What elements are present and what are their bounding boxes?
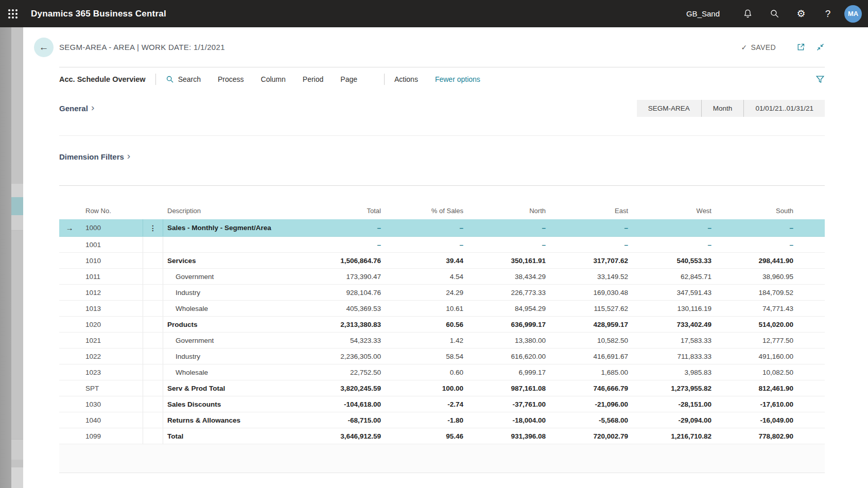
cell-pct-of-sales[interactable]: – bbox=[387, 224, 470, 232]
cell-total[interactable]: 3,646,912.59 bbox=[305, 432, 387, 440]
cell-pct-of-sales[interactable]: 10.61 bbox=[387, 305, 470, 312]
cell-description[interactable]: Government bbox=[163, 273, 305, 281]
cell-east[interactable]: 720,002.79 bbox=[552, 432, 634, 440]
col-header-south[interactable]: South bbox=[718, 207, 802, 215]
menu-item-period[interactable]: Period bbox=[303, 75, 323, 83]
menu-item-actions[interactable]: Actions bbox=[394, 75, 418, 83]
cell-row-no[interactable]: 1012 bbox=[80, 285, 143, 300]
menu-item-process[interactable]: Process bbox=[218, 75, 244, 83]
environment-name[interactable]: GB_Sand bbox=[686, 9, 720, 18]
cell-pct-of-sales[interactable]: 0.60 bbox=[387, 369, 470, 376]
cell-pct-of-sales[interactable]: -1.80 bbox=[387, 416, 470, 424]
cell-east[interactable]: – bbox=[552, 224, 634, 232]
cell-pct-of-sales[interactable]: 100.00 bbox=[387, 385, 470, 392]
cell-south[interactable]: – bbox=[718, 241, 802, 249]
settings-gear-icon[interactable]: ⚙ bbox=[788, 0, 814, 27]
chip-date-filter[interactable]: 01/01/21..01/31/21 bbox=[744, 100, 825, 117]
cell-description[interactable]: Products bbox=[163, 321, 305, 328]
cell-row-no[interactable]: 1021 bbox=[80, 333, 143, 348]
cell-east[interactable]: 317,707.62 bbox=[552, 257, 634, 265]
cell-south[interactable]: 184,709.52 bbox=[718, 289, 802, 297]
cell-north[interactable]: 636,999.17 bbox=[470, 321, 552, 328]
cell-north[interactable]: -37,761.00 bbox=[470, 400, 552, 408]
cell-description[interactable]: Sales - Monthly - Segment/Area bbox=[163, 224, 305, 232]
table-row[interactable]: 1012Industry928,104.7624.29226,773.33169… bbox=[59, 285, 825, 301]
cell-west[interactable]: -29,094.00 bbox=[634, 416, 718, 424]
table-row[interactable]: 1022Industry2,236,305.0058.54616,620.004… bbox=[59, 348, 825, 364]
cell-north[interactable]: 84,954.29 bbox=[470, 305, 552, 312]
cell-north[interactable]: – bbox=[470, 241, 552, 249]
help-icon[interactable]: ? bbox=[814, 0, 841, 27]
cell-south[interactable]: 491,160.00 bbox=[718, 353, 802, 360]
cell-north[interactable]: 226,773.33 bbox=[470, 289, 552, 297]
cell-east[interactable]: 746,666.79 bbox=[552, 385, 634, 392]
cell-total[interactable]: – bbox=[305, 241, 387, 249]
notifications-bell-icon[interactable] bbox=[734, 0, 761, 27]
cell-south[interactable]: 10,082.50 bbox=[718, 369, 802, 376]
cell-pct-of-sales[interactable]: 24.29 bbox=[387, 289, 470, 297]
col-header-total[interactable]: Total bbox=[305, 207, 387, 215]
cell-east[interactable]: 1,685.00 bbox=[552, 369, 634, 376]
cell-north[interactable]: 987,161.08 bbox=[470, 385, 552, 392]
cell-total[interactable]: 173,390.47 bbox=[305, 273, 387, 281]
cell-description[interactable]: Industry bbox=[163, 353, 305, 360]
cell-description[interactable]: Government bbox=[163, 337, 305, 344]
table-row[interactable]: 1030Sales Discounts-104,618.00-2.74-37,7… bbox=[59, 396, 825, 412]
cell-pct-of-sales[interactable]: 58.54 bbox=[387, 353, 470, 360]
cell-description[interactable]: Serv & Prod Total bbox=[163, 385, 305, 392]
cell-row-no[interactable]: 1099 bbox=[80, 428, 143, 444]
cell-east[interactable]: 10,582.50 bbox=[552, 337, 634, 344]
cell-description[interactable]: Industry bbox=[163, 289, 305, 297]
table-row[interactable]: 1020Products2,313,380.8360.56636,999.174… bbox=[59, 317, 825, 333]
cell-west[interactable]: 540,553.33 bbox=[634, 257, 718, 265]
cell-row-no[interactable]: 1022 bbox=[80, 348, 143, 364]
chip-view-by[interactable]: Month bbox=[702, 100, 744, 117]
user-avatar[interactable]: MA bbox=[844, 5, 862, 23]
cell-west[interactable]: – bbox=[634, 241, 718, 249]
cell-row-no[interactable]: 1013 bbox=[80, 301, 143, 316]
cell-west[interactable]: 711,833.33 bbox=[634, 353, 718, 360]
table-row[interactable]: 1010Services1,506,864.7639.44350,161.913… bbox=[59, 253, 825, 269]
col-header-pct-of-sales[interactable]: % of Sales bbox=[387, 207, 470, 215]
table-row[interactable]: 1011Government173,390.474.5438,434.2933,… bbox=[59, 269, 825, 285]
cell-south[interactable]: -16,049.00 bbox=[718, 416, 802, 424]
general-section-toggle[interactable]: General › bbox=[59, 104, 94, 113]
cell-row-no[interactable]: 1030 bbox=[80, 396, 143, 412]
cell-pct-of-sales[interactable]: 95.46 bbox=[387, 432, 470, 440]
cell-total[interactable]: 928,104.76 bbox=[305, 289, 387, 297]
table-row[interactable]: 1099Total3,646,912.5995.46931,396.08720,… bbox=[59, 428, 825, 444]
cell-total[interactable]: 2,236,305.00 bbox=[305, 353, 387, 360]
cell-north[interactable]: 6,999.17 bbox=[470, 369, 552, 376]
cell-total[interactable]: 54,323.33 bbox=[305, 337, 387, 344]
cell-west[interactable]: 3,985.83 bbox=[634, 369, 718, 376]
cell-north[interactable]: – bbox=[470, 224, 552, 232]
menu-item-page[interactable]: Page bbox=[340, 75, 357, 83]
cell-row-no[interactable]: 1040 bbox=[80, 412, 143, 428]
cell-total[interactable]: -68,715.00 bbox=[305, 416, 387, 424]
search-icon[interactable] bbox=[761, 0, 788, 27]
row-context-menu-icon[interactable]: ⋮ bbox=[143, 219, 163, 236]
cell-north[interactable]: -18,004.00 bbox=[470, 416, 552, 424]
table-row[interactable]: 1021Government54,323.331.4213,380.0010,5… bbox=[59, 333, 825, 348]
cell-west[interactable]: 1,216,710.82 bbox=[634, 432, 718, 440]
cell-description[interactable]: Wholesale bbox=[163, 305, 305, 312]
cell-description[interactable]: Total bbox=[163, 432, 305, 440]
menu-item-search[interactable]: Search bbox=[166, 75, 201, 83]
cell-pct-of-sales[interactable]: – bbox=[387, 241, 470, 249]
cell-south[interactable]: 298,441.90 bbox=[718, 257, 802, 265]
cell-row-no[interactable]: 1010 bbox=[80, 253, 143, 268]
table-row[interactable]: →1000⋮Sales - Monthly - Segment/Area––––… bbox=[59, 219, 825, 237]
cell-total[interactable]: 2,313,380.83 bbox=[305, 321, 387, 328]
cell-total[interactable]: – bbox=[305, 224, 387, 232]
back-button[interactable]: ← bbox=[34, 38, 54, 57]
cell-east[interactable]: 416,691.67 bbox=[552, 353, 634, 360]
table-row[interactable]: 1013Wholesale405,369.5310.6184,954.29115… bbox=[59, 301, 825, 317]
table-row[interactable]: 1023Wholesale22,752.500.606,999.171,685.… bbox=[59, 364, 825, 380]
cell-row-no[interactable]: SPT bbox=[80, 380, 143, 396]
cell-east[interactable]: 33,149.52 bbox=[552, 273, 634, 281]
cell-west[interactable]: 130,116.19 bbox=[634, 305, 718, 312]
cell-total[interactable]: 22,752.50 bbox=[305, 369, 387, 376]
cell-pct-of-sales[interactable]: -2.74 bbox=[387, 400, 470, 408]
cell-row-no[interactable]: 1011 bbox=[80, 269, 143, 284]
cell-west[interactable]: 62,845.71 bbox=[634, 273, 718, 281]
